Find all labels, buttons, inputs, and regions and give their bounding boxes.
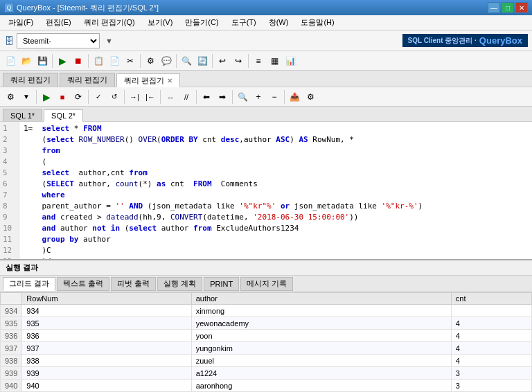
table-row: 939 939 a1224 3	[1, 367, 532, 380]
cell-cnt: 4	[451, 317, 531, 330]
editor-line: and created > dateadd(hh,9, CONVERT(date…	[24, 212, 528, 223]
st-forward[interactable]: ➡	[215, 89, 230, 105]
editor-line: parent_author = '' AND (json_metadata li…	[24, 201, 528, 212]
results-tabs: 그리드 결과 텍스트 출력 피벗 출력 실행 계획 PRINT 메시지 기록	[0, 276, 532, 292]
grid-area[interactable]: RowNum author cnt 934 934 xinmong 935 93…	[0, 292, 532, 392]
save-btn[interactable]: 💾	[35, 53, 50, 69]
sql-tabs: SQL 1* SQL 2*	[0, 107, 532, 122]
db-icon: 🗄	[4, 35, 14, 46]
menu-query-editor[interactable]: 쿼리 편집기(Q)	[78, 16, 141, 30]
menu-window[interactable]: 창(W)	[263, 16, 294, 30]
comment-btn[interactable]: 💬	[159, 53, 174, 69]
query-tab-2-label: 쿼리 편집기	[67, 75, 107, 85]
cell-rownum: 938	[22, 355, 191, 367]
format-btn[interactable]: ⚙	[143, 53, 158, 69]
replace-btn[interactable]: 🔄	[195, 53, 210, 69]
st-search[interactable]: 🔍	[235, 89, 250, 105]
st-zoom-out[interactable]: −	[267, 89, 282, 105]
st-btn2[interactable]: ▼	[19, 89, 34, 105]
st-indent[interactable]: →|	[127, 89, 142, 105]
menu-help[interactable]: 도움말(H)	[295, 16, 339, 30]
cell-cnt: 4	[451, 342, 531, 355]
menu-edit[interactable]: 편집(E)	[40, 16, 77, 30]
menu-tools[interactable]: 도구(T)	[226, 16, 262, 30]
st-stop[interactable]: ■	[55, 89, 70, 105]
secondary-toolbar: ⚙ ▼ ▶ ■ ⟳ ✓ ↺ →| |← -- // ⬅ ➡ 🔍 + − 📤 ⚙	[0, 87, 532, 107]
results-tab-messages[interactable]: 메시지 기록	[240, 277, 293, 291]
sql-tab-2-label: SQL 2*	[51, 112, 76, 120]
st-commit[interactable]: ✓	[91, 89, 106, 105]
cut-btn[interactable]: ✂	[123, 53, 138, 69]
cell-rownum: 940	[22, 380, 191, 392]
st-comment[interactable]: --	[163, 89, 178, 105]
cell-author: yewonacademy	[191, 317, 451, 330]
col-header-cnt: cnt	[451, 293, 531, 305]
st-settings[interactable]: ⚙	[303, 89, 318, 105]
querybox-label: QueryBox	[479, 35, 522, 46]
menu-view[interactable]: 보기(V)	[142, 16, 179, 30]
main-toolbar: 📄 📂 💾 ▶ ⏹ 📋 📄 ✂ ⚙ 💬 🔍 🔄 ↩ ↪ ≡ ▦ 📊	[0, 51, 532, 71]
cell-cnt: 4	[451, 355, 531, 367]
results-tab-text[interactable]: 텍스트 출력	[57, 277, 109, 291]
maximize-button[interactable]: □	[502, 2, 514, 13]
st-btn1[interactable]: ⚙	[3, 89, 18, 105]
query-tab-2[interactable]: 쿼리 편집기	[60, 73, 115, 87]
paste-btn[interactable]: 📄	[107, 53, 122, 69]
col-header-author: author	[191, 293, 451, 305]
query-tab-3-label: 쿼리 편집기	[124, 75, 164, 86]
st-rollback[interactable]: ↺	[107, 89, 122, 105]
sql-label: ▼	[105, 37, 113, 45]
sql-tab-1[interactable]: SQL 1*	[3, 109, 42, 121]
col-header-RowNum: RowNum	[22, 293, 191, 305]
editor-line: 1= select * FROM	[24, 123, 528, 134]
cell-cnt	[451, 305, 531, 317]
close-button[interactable]: ✕	[515, 2, 528, 13]
results-tab-pivot[interactable]: 피벗 출력	[111, 277, 156, 291]
st-run[interactable]: ▶	[39, 89, 54, 105]
sql-tab-2[interactable]: SQL 2*	[44, 109, 83, 122]
window-title: QueryBox - [Steemit- 쿼리 편집기/SQL 2*]	[17, 3, 159, 13]
menu-file[interactable]: 파일(F)	[3, 16, 39, 30]
row-index: 935	[1, 317, 22, 330]
redo-btn[interactable]: ↪	[231, 53, 246, 69]
chart-btn[interactable]: 📊	[283, 53, 298, 69]
st-refresh[interactable]: ⟳	[71, 89, 86, 105]
editor-line: (SELECT author, count(*) as cnt FROM Com…	[24, 179, 528, 190]
cell-cnt: 4	[451, 330, 531, 342]
minimize-button[interactable]: —	[488, 2, 500, 13]
editor-area[interactable]: 12345678910111213141516 1= select * FROM…	[0, 122, 532, 260]
grid-btn[interactable]: ▦	[267, 53, 282, 69]
menu-create[interactable]: 만들기(C)	[179, 16, 224, 30]
open-btn[interactable]: 📂	[19, 53, 34, 69]
connection-select[interactable]: Steemit-	[17, 33, 100, 48]
results-tab-grid[interactable]: 그리드 결과	[3, 277, 55, 291]
title-bar: Q QueryBox - [Steemit- 쿼리 편집기/SQL 2*] — …	[0, 0, 532, 15]
st-outdent[interactable]: |←	[143, 89, 158, 105]
st-zoom-in[interactable]: +	[251, 89, 266, 105]
cell-author: xinmong	[191, 305, 451, 317]
cell-rownum: 937	[22, 342, 191, 355]
connection-bar: 🗄 Steemit- ▼ SQL Client 중앙관리 · QueryBox	[0, 30, 532, 51]
cell-cnt: 3	[451, 380, 531, 392]
st-uncomment[interactable]: //	[179, 89, 194, 105]
cell-author: aaronhong	[191, 380, 451, 392]
editor-line: (select ROW_NUMBER() OVER(ORDER BY cnt d…	[24, 134, 528, 145]
undo-btn[interactable]: ↩	[215, 53, 230, 69]
new-btn[interactable]: 📄	[3, 53, 18, 69]
sql-client-text: SQL Client 중앙관리 ·	[408, 36, 477, 46]
find-btn[interactable]: 🔍	[179, 53, 194, 69]
st-export[interactable]: 📤	[287, 89, 302, 105]
query-tab-3[interactable]: 쿼리 편집기 ✕	[116, 73, 180, 87]
options-btn[interactable]: ≡	[251, 53, 266, 69]
query-tab-1[interactable]: 쿼리 편집기	[3, 73, 58, 87]
editor-content[interactable]: 1= select * FROM (select ROW_NUMBER() OV…	[19, 122, 532, 259]
results-tab-print[interactable]: PRINT	[204, 277, 239, 291]
copy-btn[interactable]: 📋	[91, 53, 106, 69]
query-tab-3-close[interactable]: ✕	[167, 77, 172, 84]
editor-line: (	[24, 157, 528, 168]
editor-line: and author not in (select author from Ex…	[24, 223, 528, 234]
results-tab-plan[interactable]: 실행 계획	[157, 277, 202, 291]
stop-btn[interactable]: ⏹	[71, 53, 86, 69]
run-btn[interactable]: ▶	[55, 53, 70, 69]
st-back[interactable]: ⬅	[199, 89, 214, 105]
